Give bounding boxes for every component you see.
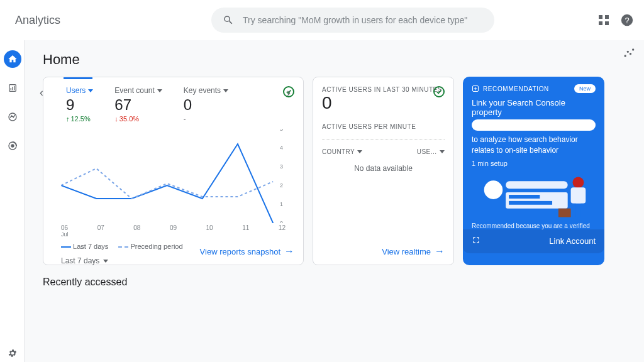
nav-home-icon[interactable] xyxy=(4,50,21,68)
svg-point-23 xyxy=(484,180,503,199)
chart-x-labels: 06070809101112 xyxy=(61,224,286,231)
metric-users[interactable]: Users 9 ↑12.5% xyxy=(66,86,93,123)
view-realtime-link[interactable]: View realtime→ xyxy=(382,246,445,257)
expand-icon[interactable] xyxy=(472,236,480,247)
svg-rect-7 xyxy=(12,87,13,90)
svg-rect-31 xyxy=(580,203,586,217)
active-tab-indicator xyxy=(64,77,92,79)
help-icon[interactable]: ? xyxy=(620,13,634,27)
users-dropdown[interactable]: USE… xyxy=(417,148,445,155)
svg-point-15 xyxy=(632,48,634,50)
svg-rect-29 xyxy=(571,187,586,204)
svg-point-11 xyxy=(11,145,14,147)
reco-description: to analyze how search behavior relates t… xyxy=(472,134,596,156)
svg-text:?: ? xyxy=(625,16,629,25)
app-name: Analytics xyxy=(15,14,60,27)
svg-rect-6 xyxy=(10,88,11,90)
no-data-text: No data available xyxy=(322,164,445,173)
left-nav-rail xyxy=(0,40,25,362)
recommendation-badge: RECOMMENDATION xyxy=(472,85,549,92)
period-selector[interactable]: Last 7 days xyxy=(61,256,294,265)
svg-rect-24 xyxy=(506,181,568,189)
svg-text:1: 1 xyxy=(280,201,283,207)
link-account-button[interactable]: Link Account xyxy=(549,236,596,246)
realtime-value: 0 xyxy=(322,93,445,113)
apps-icon[interactable] xyxy=(599,15,609,25)
page-title: Home xyxy=(43,52,629,68)
top-header: Analytics Try searching "MoM growth in u… xyxy=(0,0,644,40)
svg-text:0: 0 xyxy=(280,220,283,223)
check-badge-icon xyxy=(433,86,445,97)
recently-accessed-heading: Recently accessed xyxy=(43,277,629,288)
reco-illustration xyxy=(472,171,596,220)
overview-card: ‹ › Users 9 ↑12.5% Event count 67 ↓35. xyxy=(43,77,304,265)
country-dropdown[interactable]: COUNTRY xyxy=(322,148,362,155)
content-area: Home ‹ › Users 9 ↑12.5% Event xyxy=(25,40,644,362)
svg-point-13 xyxy=(627,51,629,53)
line-chart: 012345 xyxy=(61,129,286,223)
svg-rect-30 xyxy=(571,203,576,217)
svg-text:5: 5 xyxy=(280,129,283,132)
svg-point-12 xyxy=(625,55,626,57)
search-icon xyxy=(223,14,234,26)
header-actions: ? xyxy=(599,13,634,27)
insights-icon[interactable] xyxy=(620,44,638,62)
svg-rect-26 xyxy=(509,195,540,199)
reco-reason: Recommended because you are a verified xyxy=(472,222,596,229)
nav-explore-icon[interactable] xyxy=(4,108,21,126)
nav-advertising-icon[interactable] xyxy=(4,137,21,155)
svg-rect-27 xyxy=(509,200,552,204)
search-input[interactable]: Try searching "MoM growth in users for e… xyxy=(211,8,494,33)
svg-text:4: 4 xyxy=(280,145,283,151)
reco-title: Link your Search Console property xyxy=(472,98,596,117)
metric-event-count[interactable]: Event count 67 ↓35.0% xyxy=(114,86,162,123)
svg-point-14 xyxy=(630,53,631,55)
recommendation-card: RECOMMENDATION New Link your Search Cons… xyxy=(463,77,604,265)
svg-point-28 xyxy=(573,177,584,188)
prev-metric-button[interactable]: ‹ xyxy=(40,86,43,99)
nav-admin-gear-icon[interactable] xyxy=(4,344,21,362)
svg-rect-8 xyxy=(14,86,14,90)
realtime-subtitle: ACTIVE USERS PER MINUTE xyxy=(322,123,445,130)
nav-reports-icon[interactable] xyxy=(4,79,21,97)
svg-rect-25 xyxy=(506,192,568,209)
realtime-card: ACTIVE USERS IN LAST 30 MINUTES 0 ACTIVE… xyxy=(313,77,454,265)
logo-area: Analytics xyxy=(10,14,60,27)
realtime-title: ACTIVE USERS IN LAST 30 MINUTES xyxy=(322,86,445,93)
chart-x-sublabel: Jul xyxy=(61,231,294,238)
reco-property-pill xyxy=(472,119,596,131)
view-reports-snapshot-link[interactable]: View reports snapshot→ xyxy=(200,246,294,257)
new-badge: New xyxy=(574,84,596,93)
svg-rect-32 xyxy=(558,208,571,217)
reco-setup-time: 1 min setup xyxy=(472,160,596,167)
svg-text:2: 2 xyxy=(280,182,283,189)
metric-key-events[interactable]: Key events 0 - xyxy=(184,86,228,123)
search-placeholder: Try searching "MoM growth in users for e… xyxy=(243,15,467,25)
svg-text:3: 3 xyxy=(280,163,283,170)
